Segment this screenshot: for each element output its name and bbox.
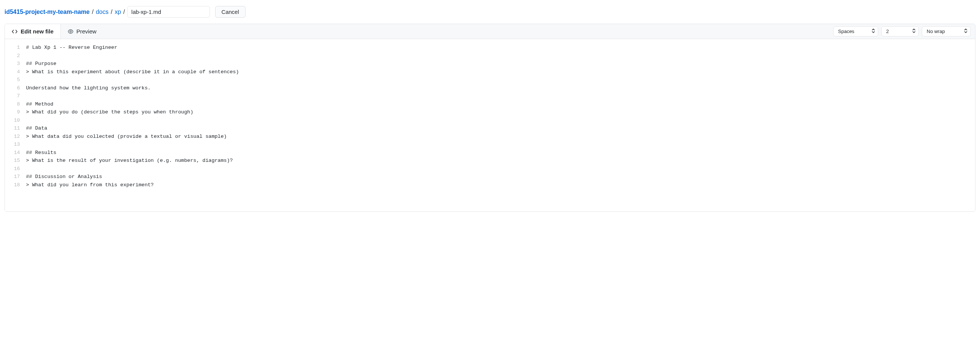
- indent-mode-select[interactable]: Spaces: [833, 26, 878, 37]
- code-line[interactable]: [26, 92, 975, 100]
- line-number: 12: [14, 132, 20, 141]
- breadcrumb-sep: /: [123, 9, 125, 15]
- code-line[interactable]: ## Data: [26, 124, 975, 132]
- code-lines[interactable]: # Lab Xp 1 -- Reverse Engineer ## Purpos…: [26, 43, 975, 189]
- breadcrumb: id5415-project-my-team-name / docs / xp …: [5, 6, 975, 18]
- line-number: 4: [14, 68, 20, 76]
- editor-tab-bar: Edit new file Preview Spaces: [5, 24, 975, 39]
- code-line[interactable]: # Lab Xp 1 -- Reverse Engineer: [26, 43, 975, 52]
- breadcrumb-path-xp[interactable]: xp: [115, 9, 121, 15]
- code-line[interactable]: [26, 76, 975, 84]
- code-line[interactable]: > What is the result of your investigati…: [26, 156, 975, 165]
- breadcrumb-sep: /: [111, 9, 112, 15]
- code-line[interactable]: ## Method: [26, 100, 975, 108]
- breadcrumb-sep: /: [92, 9, 94, 15]
- tab-edit-file[interactable]: Edit new file: [5, 24, 61, 39]
- code-line[interactable]: > What did you learn from this experimen…: [26, 181, 975, 189]
- svg-point-0: [70, 31, 72, 32]
- code-line[interactable]: [26, 52, 975, 60]
- line-number: 16: [14, 165, 20, 173]
- code-line[interactable]: ## Discussion or Analysis: [26, 173, 975, 181]
- filename-input[interactable]: [127, 6, 210, 18]
- code-line[interactable]: ## Purpose: [26, 60, 975, 68]
- breadcrumb-repo-link[interactable]: id5415-project-my-team-name: [5, 9, 90, 15]
- code-icon: [12, 29, 18, 35]
- tab-preview-label: Preview: [76, 28, 97, 35]
- line-number: 5: [14, 76, 20, 84]
- line-number: 18: [14, 181, 20, 189]
- code-line[interactable]: > What did you do (describe the steps yo…: [26, 108, 975, 116]
- code-line[interactable]: ## Results: [26, 149, 975, 157]
- tab-spacer: [103, 24, 829, 39]
- indent-size-select[interactable]: 2: [881, 26, 919, 37]
- code-line[interactable]: > What is this experiment about (describ…: [26, 68, 975, 76]
- cancel-button[interactable]: Cancel: [215, 6, 245, 18]
- code-line[interactable]: [26, 116, 975, 125]
- line-number: 1: [14, 43, 20, 52]
- line-number: 7: [14, 92, 20, 100]
- line-number: 2: [14, 52, 20, 60]
- code-line[interactable]: [26, 165, 975, 173]
- line-number-gutter: 123456789101112131415161718: [5, 43, 26, 189]
- line-number: 13: [14, 140, 20, 149]
- line-number: 14: [14, 149, 20, 157]
- eye-icon: [68, 29, 73, 35]
- code-line[interactable]: [26, 140, 975, 149]
- editor-container: Edit new file Preview Spaces: [5, 24, 975, 212]
- tab-preview[interactable]: Preview: [61, 24, 103, 39]
- line-number: 10: [14, 116, 20, 125]
- line-number: 3: [14, 60, 20, 68]
- line-number: 11: [14, 124, 20, 132]
- wrap-mode-select[interactable]: No wrap: [922, 26, 970, 37]
- code-line[interactable]: > What data did you collected (provide a…: [26, 132, 975, 141]
- editor-settings: Spaces 2: [829, 24, 975, 39]
- line-number: 8: [14, 100, 20, 108]
- breadcrumb-path-docs[interactable]: docs: [96, 9, 108, 15]
- line-number: 15: [14, 156, 20, 165]
- line-number: 9: [14, 108, 20, 116]
- tab-edit-label: Edit new file: [21, 28, 54, 35]
- line-number: 6: [14, 84, 20, 92]
- code-line[interactable]: Understand how the lighting system works…: [26, 84, 975, 92]
- line-number: 17: [14, 173, 20, 181]
- code-editor[interactable]: 123456789101112131415161718 # Lab Xp 1 -…: [5, 39, 975, 211]
